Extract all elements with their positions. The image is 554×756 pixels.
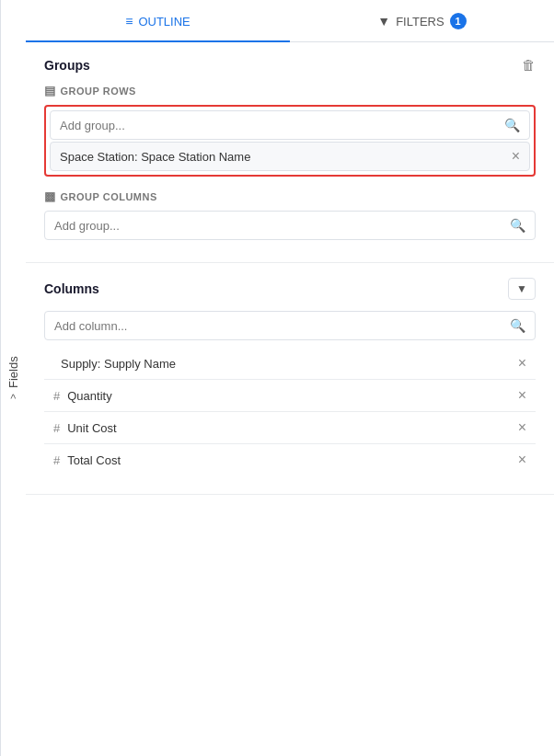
group-rows-label-text: GROUP ROWS xyxy=(61,86,136,97)
columns-search-input[interactable] xyxy=(54,319,510,333)
groups-delete-icon[interactable]: 🗑 xyxy=(522,57,536,73)
tab-outline[interactable]: ≡ OUTLINE xyxy=(26,0,290,42)
columns-search-box[interactable]: 🔍 xyxy=(44,311,536,340)
column-type-total-cost: # xyxy=(53,453,60,467)
tab-bar: ≡ OUTLINE ▼ FILTERS 1 xyxy=(26,0,554,42)
group-columns-search-input[interactable] xyxy=(54,219,510,233)
column-remove-supply-name[interactable]: × xyxy=(518,355,526,372)
column-label-quantity: Quantity xyxy=(67,389,111,403)
tab-filters[interactable]: ▼ FILTERS 1 xyxy=(290,0,554,42)
group-rows-search-input[interactable] xyxy=(60,119,504,132)
column-label-total-cost: Total Cost xyxy=(67,453,121,467)
column-type-unit-cost: # xyxy=(53,421,60,435)
tab-outline-label: OUTLINE xyxy=(138,15,190,29)
group-columns-label: ▩ GROUP COLUMNS xyxy=(44,189,536,203)
group-rows-tag-label: Space Station: Space Station Name xyxy=(60,150,250,164)
column-item-quantity: # Quantity × xyxy=(44,380,536,412)
group-rows-tag-remove[interactable]: × xyxy=(512,149,520,164)
column-left-supply-name: Supply: Supply Name xyxy=(53,357,176,371)
fields-panel-toggle[interactable]: > Fields xyxy=(0,0,26,756)
group-rows-icon: ▤ xyxy=(44,84,56,97)
tab-filters-label: FILTERS xyxy=(396,15,444,29)
groups-title: Groups xyxy=(44,58,90,73)
column-remove-unit-cost[interactable]: × xyxy=(518,419,526,436)
columns-search-icon: 🔍 xyxy=(510,318,525,333)
column-remove-total-cost[interactable]: × xyxy=(518,452,526,468)
column-label-supply-name: Supply: Supply Name xyxy=(61,357,176,371)
filters-badge: 1 xyxy=(450,13,467,29)
columns-section: Columns ▼ 🔍 Supply: Supply Name × xyxy=(26,263,554,495)
fields-label-text: Fields xyxy=(6,357,20,389)
column-item-unit-cost: # Unit Cost × xyxy=(44,412,536,444)
group-rows-container: 🔍 Space Station: Space Station Name × xyxy=(44,105,536,177)
columns-search-wrapper: 🔍 xyxy=(44,311,536,348)
main-panel: ≡ OUTLINE ▼ FILTERS 1 Groups 🗑 ▤ GROUP R… xyxy=(26,0,554,756)
columns-dropdown-button[interactable]: ▼ xyxy=(508,278,536,300)
filter-icon: ▼ xyxy=(377,14,390,29)
group-rows-label: ▤ GROUP ROWS xyxy=(44,84,536,97)
group-columns-search-icon: 🔍 xyxy=(510,218,525,233)
column-left-unit-cost: # Unit Cost xyxy=(53,421,117,435)
group-rows-search-box[interactable]: 🔍 xyxy=(50,110,530,140)
column-item-supply-name: Supply: Supply Name × xyxy=(44,348,536,380)
column-type-quantity: # xyxy=(53,389,60,403)
columns-section-header: Columns ▼ xyxy=(44,278,536,300)
search-icon: 🔍 xyxy=(504,118,520,132)
chevron-right-icon: > xyxy=(8,394,18,399)
group-columns-label-text: GROUP COLUMNS xyxy=(61,191,157,202)
group-rows-tag-space-station: Space Station: Space Station Name × xyxy=(50,142,530,171)
group-columns-icon: ▩ xyxy=(44,189,56,203)
groups-section: Groups 🗑 ▤ GROUP ROWS 🔍 Space Station: S… xyxy=(26,42,554,263)
column-left-total-cost: # Total Cost xyxy=(53,453,121,467)
group-columns-search-box[interactable]: 🔍 xyxy=(44,211,536,240)
column-label-unit-cost: Unit Cost xyxy=(67,421,116,435)
columns-title: Columns xyxy=(44,281,99,296)
column-item-total-cost: # Total Cost × xyxy=(44,444,536,475)
panel-body: Groups 🗑 ▤ GROUP ROWS 🔍 Space Station: S… xyxy=(26,42,554,756)
column-remove-quantity[interactable]: × xyxy=(518,387,526,404)
column-left-quantity: # Quantity xyxy=(53,389,112,403)
dropdown-arrow-icon: ▼ xyxy=(516,282,527,295)
groups-section-header: Groups 🗑 xyxy=(44,57,536,73)
outline-icon: ≡ xyxy=(125,14,133,29)
